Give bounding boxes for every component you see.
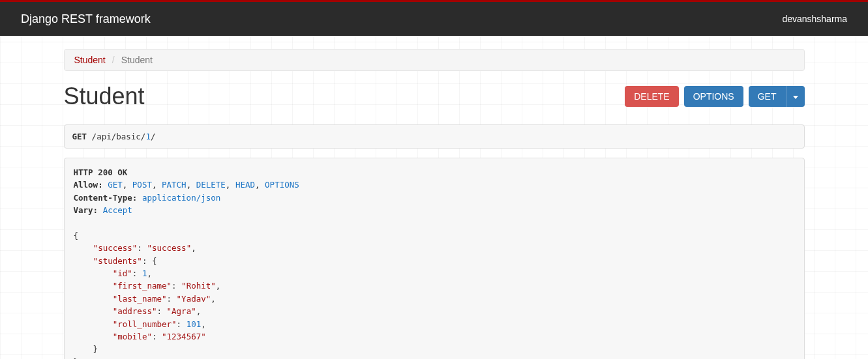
brand-link[interactable]: Django REST framework	[21, 12, 151, 26]
request-path-id: 1	[145, 132, 151, 141]
allow-value: GET	[108, 180, 123, 190]
vary-value: Accept	[103, 205, 132, 215]
chevron-down-icon	[793, 96, 798, 99]
action-buttons: DELETE OPTIONS GET	[625, 86, 804, 107]
allow-value: DELETE	[196, 180, 226, 190]
breadcrumb-root[interactable]: Student	[74, 55, 106, 65]
response-block: HTTP 200 OK Allow: GET, POST, PATCH, DEL…	[64, 158, 805, 359]
breadcrumb-current: Student	[121, 55, 153, 65]
request-method: GET	[72, 132, 87, 141]
request-path-prefix: /api/basic/	[92, 132, 146, 141]
allow-value: POST	[132, 180, 152, 190]
request-line: GET /api/basic/1/	[64, 124, 805, 149]
page-title: Student	[64, 83, 145, 110]
content-type-label: Content-Type:	[74, 193, 138, 203]
allow-value: PATCH	[162, 180, 187, 190]
allow-label: Allow:	[74, 180, 103, 190]
allow-value: OPTIONS	[265, 180, 299, 190]
request-path-suffix: /	[151, 132, 156, 141]
content-type-value: application/json	[142, 193, 220, 203]
breadcrumb: Student / Student	[64, 49, 805, 71]
allow-value: HEAD	[235, 180, 255, 190]
options-button[interactable]: OPTIONS	[684, 86, 743, 107]
get-dropdown-toggle[interactable]	[786, 86, 805, 107]
delete-button[interactable]: DELETE	[625, 86, 678, 107]
get-button[interactable]: GET	[749, 86, 786, 107]
vary-label: Vary:	[74, 205, 98, 215]
user-menu[interactable]: devanshsharma	[782, 14, 847, 24]
status-line: HTTP 200 OK	[74, 167, 128, 177]
breadcrumb-separator: /	[112, 55, 115, 65]
navbar: Django REST framework devanshsharma	[0, 2, 868, 36]
